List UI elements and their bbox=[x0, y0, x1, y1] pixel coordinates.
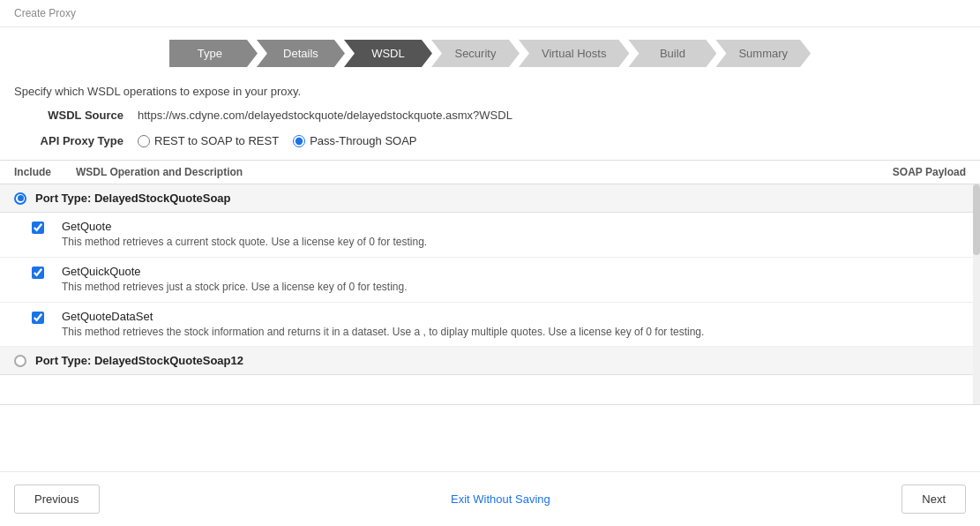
op-info-3: GetQuoteDataSet This method retrieves th… bbox=[62, 310, 966, 340]
op-name-2: GetQuickQuote bbox=[62, 265, 966, 278]
col-wsdl-header: WSDL Operation and Description bbox=[76, 166, 860, 178]
wizard-step-type[interactable]: Type bbox=[169, 40, 258, 67]
wsdl-source-value: https://ws.cdyne.com/delayedstockquote/d… bbox=[138, 109, 512, 122]
wizard-step-label-details: Details bbox=[257, 40, 345, 67]
port-type-radio-2[interactable] bbox=[14, 355, 26, 367]
op-name-1: GetQuote bbox=[62, 220, 966, 233]
wizard-step-summary[interactable]: Summary bbox=[716, 40, 811, 67]
op-name-3: GetQuoteDataSet bbox=[62, 310, 966, 323]
wizard-step-wsdl[interactable]: WSDL bbox=[345, 40, 432, 67]
operation-row-2: GetQuickQuote This method retrieves just… bbox=[0, 258, 980, 303]
wizard-steps: TypeDetailsWSDLSecurityVirtual HostsBuil… bbox=[0, 27, 980, 79]
wizard-step-label-build: Build bbox=[628, 40, 716, 67]
footer: Previous Exit Without Saving Next bbox=[0, 471, 980, 526]
col-soap-header: SOAP Payload bbox=[860, 166, 966, 178]
wizard-step-virtual-hosts[interactable]: Virtual Hosts bbox=[520, 40, 629, 67]
op-desc-1: This method retrieves a current stock qu… bbox=[62, 235, 966, 250]
wizard-step-security[interactable]: Security bbox=[432, 40, 520, 67]
scrollbar[interactable] bbox=[973, 184, 980, 404]
radio-pass-through-soap-input[interactable] bbox=[293, 135, 305, 147]
port-type-label-2: Port Type: DelayedStockQuoteSoap12 bbox=[35, 354, 243, 367]
col-include-header: Include bbox=[14, 166, 76, 178]
wizard-step-label-virtual-hosts: Virtual Hosts bbox=[519, 40, 629, 67]
op-info-1: GetQuote This method retrieves a current… bbox=[62, 220, 966, 250]
op-desc-2: This method retrieves just a stock price… bbox=[62, 280, 966, 295]
radio-group: REST to SOAP to REST Pass-Through SOAP bbox=[138, 134, 417, 147]
wizard-step-build[interactable]: Build bbox=[629, 40, 716, 67]
wsdl-list: Port Type: DelayedStockQuoteSoap GetQuot… bbox=[0, 184, 980, 405]
port-type-row-2[interactable]: Port Type: DelayedStockQuoteSoap12 bbox=[0, 347, 980, 375]
radio-pass-through-soap-label: Pass-Through SOAP bbox=[310, 134, 416, 147]
op-checkbox-container-1[interactable] bbox=[32, 220, 62, 237]
port-types-container: Port Type: DelayedStockQuoteSoap GetQuot… bbox=[0, 184, 980, 375]
radio-pass-through-soap[interactable]: Pass-Through SOAP bbox=[293, 134, 416, 147]
wizard-step-details[interactable]: Details bbox=[258, 40, 345, 67]
wizard-step-label-wsdl: WSDL bbox=[344, 40, 432, 67]
op-checkbox-1[interactable] bbox=[32, 222, 44, 234]
title-bar: Create Proxy bbox=[0, 0, 980, 27]
exit-without-saving-link[interactable]: Exit Without Saving bbox=[451, 492, 550, 506]
title-text: Create Proxy bbox=[14, 7, 76, 19]
api-proxy-type-label: API Proxy Type bbox=[14, 134, 138, 147]
operation-row-3: GetQuoteDataSet This method retrieves th… bbox=[0, 303, 980, 348]
next-button[interactable]: Next bbox=[901, 485, 966, 514]
api-proxy-type-row: API Proxy Type REST to SOAP to REST Pass… bbox=[14, 134, 966, 147]
wizard-step-label-security: Security bbox=[431, 40, 520, 67]
radio-rest-to-soap[interactable]: REST to SOAP to REST bbox=[138, 134, 279, 147]
op-checkbox-container-3[interactable] bbox=[32, 310, 62, 327]
op-checkbox-3[interactable] bbox=[32, 312, 44, 324]
form-section: WSDL Source https://ws.cdyne.com/delayed… bbox=[0, 109, 980, 147]
radio-rest-to-soap-label: REST to SOAP to REST bbox=[154, 134, 279, 147]
op-info-2: GetQuickQuote This method retrieves just… bbox=[62, 265, 966, 295]
previous-button[interactable]: Previous bbox=[14, 485, 100, 514]
page-subtitle: Specify which WSDL operations to expose … bbox=[0, 79, 980, 109]
wizard-step-label-summary: Summary bbox=[715, 40, 811, 67]
table-header: Include WSDL Operation and Description S… bbox=[0, 160, 980, 184]
wsdl-source-row: WSDL Source https://ws.cdyne.com/delayed… bbox=[14, 109, 966, 122]
op-checkbox-container-2[interactable] bbox=[32, 265, 62, 282]
wizard-step-label-type: Type bbox=[169, 40, 258, 67]
port-type-row-1[interactable]: Port Type: DelayedStockQuoteSoap bbox=[0, 184, 980, 213]
port-type-label-1: Port Type: DelayedStockQuoteSoap bbox=[35, 192, 231, 205]
scrollbar-thumb[interactable] bbox=[973, 184, 980, 255]
op-checkbox-2[interactable] bbox=[32, 267, 44, 279]
port-type-radio-1[interactable] bbox=[14, 192, 26, 205]
operation-row-1: GetQuote This method retrieves a current… bbox=[0, 213, 980, 258]
op-desc-3: This method retrieves the stock informat… bbox=[62, 325, 966, 340]
wsdl-source-label: WSDL Source bbox=[14, 109, 138, 122]
radio-rest-to-soap-input[interactable] bbox=[138, 135, 150, 147]
